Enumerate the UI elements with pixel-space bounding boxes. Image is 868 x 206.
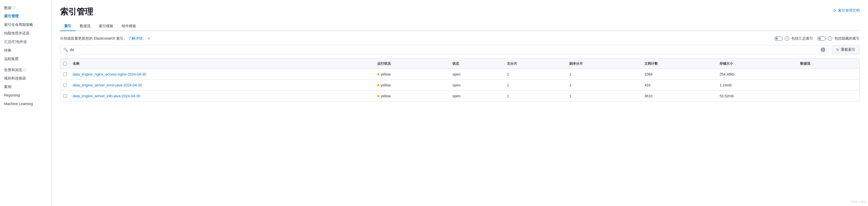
row2-health-cell: yellow (374, 91, 449, 101)
reload-button[interactable]: ↻ 重载索引 (832, 45, 860, 54)
row0-health-cell: yellow (374, 69, 449, 80)
doc-link-icon: ⟳ (833, 8, 836, 13)
reload-icon: ↻ (836, 48, 839, 52)
row1-status-cell: open (449, 80, 504, 91)
sidebar-item-transforms[interactable]: 转换 (0, 46, 52, 55)
sidebar-item-rules-connectors[interactable]: 规则和连接器 (0, 74, 52, 83)
row2-checkbox-cell (60, 91, 70, 101)
search-input[interactable] (70, 48, 818, 52)
learn-more-link[interactable]: 了解详情。 ↗ (128, 36, 150, 41)
tab-data-streams[interactable]: 数据流 (75, 22, 95, 31)
col-checkbox (60, 59, 70, 69)
row0-primaries-cell: 1 (504, 69, 566, 80)
search-box: 🔍 ✕ (60, 45, 829, 54)
row1-name-cell: data_engine_server_error-java-2024-04-30 (70, 80, 374, 91)
col-replicas: 副本分片 (566, 59, 641, 69)
row0-name-cell: data_engine_nginx_access-nginx-2024-04-3… (70, 69, 374, 80)
sidebar-section-alerts: 告警和洞见 ⓘ (0, 66, 52, 74)
sidebar: 数据 ⓘ 索引管理 索引生命周期策略 拍取快照并还原 汇总/打包作业 转换 远程… (0, 0, 52, 206)
sidebar-section-alerts-label: 告警和洞见 (4, 68, 22, 72)
sidebar-item-remote-clusters[interactable]: 远程集群 (0, 55, 52, 63)
select-all-checkbox[interactable] (63, 62, 67, 65)
sidebar-section-data: 数据 ⓘ (0, 4, 52, 12)
row2-status-cell: open (449, 91, 504, 101)
tab-index-templates[interactable]: 索引模板 (95, 22, 118, 31)
toggle-include-rollup[interactable]: ✕ 包括汇总索引 (774, 36, 813, 41)
tab-indices[interactable]: 索引 (60, 22, 75, 31)
toggle-hidden-knob (818, 37, 821, 40)
row1-replicas-cell: 1 (566, 80, 641, 91)
toggle-rollup-x[interactable]: ✕ (785, 36, 789, 41)
col-datastream: 数据流 (797, 59, 860, 69)
toggle-rollup-knob (775, 37, 778, 40)
row0-datastream-cell (797, 69, 860, 80)
toggle-hidden-switch[interactable] (817, 36, 826, 41)
toggle-include-hidden[interactable]: ✕ 包括隐藏的索引 (817, 36, 860, 41)
row0-replicas-cell: 1 (566, 69, 641, 80)
doc-link[interactable]: ⟳ 索引管理文档 (833, 8, 860, 13)
row2-name-link[interactable]: data_engine_server_info-java-2024-04-30 (73, 94, 140, 98)
row1-name-link[interactable]: data_engine_server_error-java-2024-04-30 (73, 83, 142, 87)
tab-component-templates[interactable]: 组件模板 (118, 22, 140, 31)
row2-primaries-cell: 1 (504, 91, 566, 101)
row1-datastream-cell (797, 80, 860, 91)
watermark: CSDN 中博客 (850, 200, 866, 204)
col-name: 名称 (70, 59, 374, 69)
sidebar-item-machine-learning[interactable]: Machine Learning (0, 100, 52, 108)
row2-health-label: yellow (381, 94, 391, 98)
row0-health-dot (377, 73, 379, 75)
toggle-hidden-x[interactable]: ✕ (828, 36, 832, 41)
table-body: data_engine_nginx_access-nginx-2024-04-3… (60, 69, 860, 101)
row1-checkbox-cell (60, 80, 70, 91)
row2-health-dot (377, 95, 379, 97)
row2-health-status: yellow (377, 94, 391, 98)
sidebar-item-index-management[interactable]: 索引管理 (0, 12, 52, 21)
sidebar-item-lifecycle-policy[interactable]: 索引生命周期策略 (0, 21, 52, 29)
table-row: data_engine_server_info-java-2024-04-30 … (60, 91, 860, 101)
search-icon: 🔍 (63, 48, 68, 52)
row0-health-label: yellow (381, 72, 391, 76)
row1-health-status: yellow (377, 83, 391, 87)
row2-replicas-cell: 1 (566, 91, 641, 101)
row2-checkbox[interactable] (63, 94, 67, 98)
sidebar-section-data-label: 数据 (4, 6, 11, 10)
reload-button-label: 重载索引 (841, 47, 855, 52)
col-health: 运行状况 (374, 59, 449, 69)
main-content: 索引管理 ⟳ 索引管理文档 索引 数据流 索引模板 组件模板 分别或批量更新您的… (52, 0, 868, 206)
description-text: 分别或批量更新您的 Elasticsearch 索引。 了解详情。 ↗ (60, 36, 150, 41)
row1-health-label: yellow (381, 83, 391, 87)
table-row: data_engine_server_error-java-2024-04-30… (60, 80, 860, 91)
row1-health-dot (377, 84, 379, 86)
row0-status-cell: open (449, 69, 504, 80)
row1-health-cell: yellow (374, 80, 449, 91)
header-row: 索引管理 ⟳ 索引管理文档 (60, 6, 860, 18)
sidebar-item-reporting[interactable]: Reporting (0, 91, 52, 100)
clear-search-button[interactable]: ✕ (820, 47, 825, 52)
col-docs: 文档计数 (641, 59, 716, 69)
row0-health-status: yellow (377, 72, 391, 76)
row1-checkbox[interactable] (63, 83, 67, 87)
row0-name-link[interactable]: data_engine_nginx_access-nginx-2024-04-3… (73, 72, 146, 76)
doc-link-label: 索引管理文档 (838, 8, 860, 13)
row2-docs-cell: 3610 (641, 91, 716, 101)
row0-checkbox[interactable] (63, 72, 67, 76)
col-primaries: 主分片 (504, 59, 566, 69)
row0-checkbox-cell (60, 69, 70, 80)
alerts-info-icon: ⓘ (23, 68, 26, 72)
row2-datastream-cell (797, 91, 860, 101)
table-header: 名称 运行状况 状态 主分片 副本分片 文档计数 存储大小 数据流 (60, 59, 860, 69)
toggle-rollup-switch[interactable] (774, 36, 783, 41)
sidebar-item-cases[interactable]: 案例 (0, 83, 52, 91)
sidebar-item-rollup-jobs[interactable]: 汇总/打包作业 (0, 37, 52, 46)
toggle-hidden-label: 包括隐藏的索引 (834, 36, 860, 41)
sidebar-item-snapshot-restore[interactable]: 拍取快照并还原 (0, 29, 52, 37)
info-icon: ⓘ (12, 6, 16, 10)
row1-docs-cell: 433 (641, 80, 716, 91)
tabs-bar: 索引 数据流 索引模板 组件模板 (60, 22, 860, 31)
row1-primaries-cell: 1 (504, 80, 566, 91)
row2-name-cell: data_engine_server_info-java-2024-04-30 (70, 91, 374, 101)
row0-storage-cell: 254.46kb (716, 69, 797, 80)
col-status: 状态 (449, 59, 504, 69)
indices-table: 名称 运行状况 状态 主分片 副本分片 文档计数 存储大小 数据流 (60, 58, 860, 101)
row2-storage-cell: 53.52mb (716, 91, 797, 101)
